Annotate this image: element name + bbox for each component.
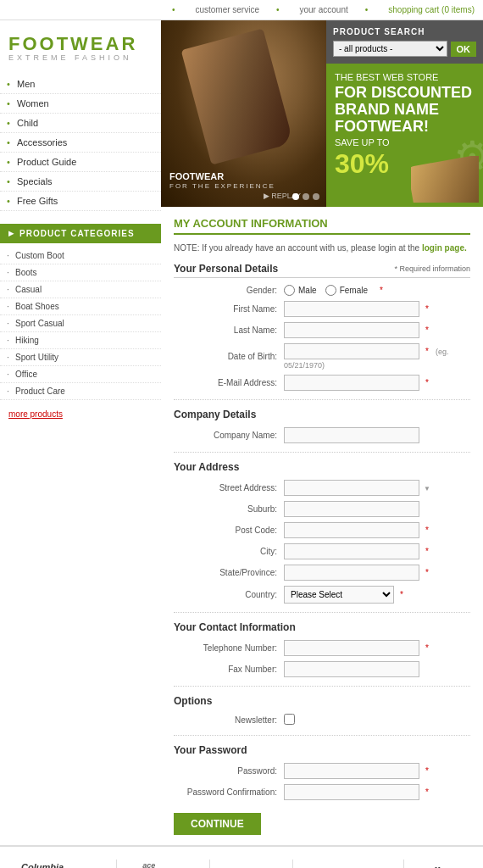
shopping-cart-link[interactable]: shopping cart (0 items): [388, 5, 475, 14]
suburb-input[interactable]: [284, 501, 419, 517]
postcode-required: *: [425, 526, 429, 535]
confirm-row: Password Confirmation: *: [174, 784, 470, 800]
postcode-row: Post Code: *: [174, 522, 470, 538]
contact-title: Your Contact Information: [174, 621, 470, 633]
login-page-link[interactable]: login page.: [422, 243, 467, 253]
street-label: Street Address:: [174, 483, 284, 492]
cat-boat-shoes[interactable]: Boat Shoes: [0, 298, 161, 315]
suburb-row: Suburb:: [174, 501, 470, 517]
nav-item-accessories[interactable]: Accessories: [0, 133, 161, 153]
first-name-input[interactable]: [284, 301, 419, 317]
state-input[interactable]: [284, 565, 419, 581]
search-ok-button[interactable]: OK: [451, 42, 477, 57]
gender-male-radio[interactable]: [284, 285, 295, 296]
telephone-row: Telephone Number: *: [174, 640, 470, 656]
dob-label: Date of Birth:: [174, 352, 284, 361]
promo-box: THE BEST WEB STORE FOR DISCOUNTEDBRAND N…: [326, 64, 483, 207]
suburb-label: Suburb:: [174, 504, 284, 514]
fax-input[interactable]: [284, 661, 419, 677]
cat-office[interactable]: Office: [0, 366, 161, 383]
email-label: E-Mail Address:: [174, 378, 284, 387]
dob-input[interactable]: [284, 343, 419, 359]
nav-item-free-gifts[interactable]: Free Gifts: [0, 192, 161, 211]
slide-dot-2[interactable]: [303, 193, 309, 200]
logo-title: FOOTWEAR: [8, 33, 153, 55]
state-required: *: [425, 568, 429, 577]
cat-boots[interactable]: Boots: [0, 264, 161, 281]
email-required: *: [425, 378, 429, 387]
brand-columbia: ColumbiaSportswear Company: [21, 862, 91, 868]
postcode-input[interactable]: [284, 522, 419, 538]
last-name-input[interactable]: [284, 322, 419, 338]
hero-label-sub: FOR THE EXPERIENCE: [169, 182, 275, 190]
product-search-select[interactable]: - all products -: [333, 41, 447, 57]
company-name-input[interactable]: [284, 427, 419, 443]
gender-male-option[interactable]: Male: [284, 285, 317, 296]
required-note: * Required information: [394, 264, 470, 273]
replay-button[interactable]: ▶ REPLAY: [264, 192, 301, 200]
sidebar: FOOTWEAR EXTREME FASHION Men Women Child…: [0, 20, 161, 845]
city-input[interactable]: [284, 543, 419, 559]
more-products-link[interactable]: more products: [0, 404, 161, 424]
top-bullet2: •: [276, 5, 280, 14]
nav-item-specials[interactable]: Specials: [0, 172, 161, 192]
nav-item-product-guide[interactable]: Product Guide: [0, 153, 161, 172]
first-name-required: *: [425, 304, 429, 314]
country-select[interactable]: Please Select: [284, 586, 394, 604]
confirm-label: Password Confirmation:: [174, 787, 284, 797]
nav-item-men[interactable]: Men: [0, 75, 161, 94]
newsletter-label: Newsletter:: [174, 715, 284, 725]
country-row: Country: Please Select *: [174, 586, 470, 604]
city-row: City: *: [174, 543, 470, 559]
cat-casual[interactable]: Casual: [0, 281, 161, 298]
newsletter-checkbox[interactable]: [284, 714, 295, 725]
gender-row: Gender: Male Female *: [174, 285, 470, 296]
gender-female-option[interactable]: Female: [325, 285, 368, 296]
city-required: *: [425, 547, 429, 556]
postcode-label: Post Code:: [174, 526, 284, 535]
form-area: MY ACCOUNT INFORMATION NOTE: If you alre…: [161, 207, 483, 845]
promo-main-text: FOR DISCOUNTEDBRAND NAME FOOTWEAR!: [335, 85, 475, 135]
last-name-row: Last Name: *: [174, 322, 470, 338]
country-label: Country:: [174, 590, 284, 599]
email-input[interactable]: [284, 375, 419, 391]
email-row: E-Mail Address: *: [174, 375, 470, 391]
hero-section: FOOTWEAR FOR THE EXPERIENCE ▶ REPLAY PRO…: [161, 20, 483, 207]
logo-subtitle: EXTREME FASHION: [8, 53, 153, 62]
note-text: NOTE: If you already have an account wit…: [174, 243, 470, 253]
dob-row: Date of Birth: * (eg. 05/21/1970): [174, 343, 470, 370]
cat-hiking[interactable]: Hiking: [0, 332, 161, 349]
top-bullet3: •: [365, 5, 369, 14]
hero-label-main: FOOTWEAR: [169, 171, 275, 182]
your-account-link[interactable]: your account: [300, 5, 348, 14]
continue-button[interactable]: CONTINUE: [174, 813, 261, 835]
telephone-label: Telephone Number:: [174, 643, 284, 653]
hero-right-panel: PRODUCT SEARCH - all products - OK THE B…: [326, 20, 483, 207]
fax-row: Fax Number:: [174, 661, 470, 677]
gender-required: *: [380, 286, 383, 295]
street-input[interactable]: [284, 480, 419, 496]
gender-female-radio[interactable]: [325, 285, 336, 296]
slide-dot-3[interactable]: [313, 193, 319, 200]
customer-service-link[interactable]: customer service: [195, 5, 259, 14]
nav-item-women[interactable]: Women: [0, 94, 161, 114]
nav-item-child[interactable]: Child: [0, 114, 161, 133]
logo-area: FOOTWEAR EXTREME FASHION: [0, 20, 161, 70]
telephone-input[interactable]: [284, 640, 419, 656]
cat-custom-boot[interactable]: Custom Boot: [0, 248, 161, 264]
state-label: State/Province:: [174, 568, 284, 577]
brand-sorel: ace SOREL: [142, 861, 183, 868]
options-title: Options: [174, 695, 470, 707]
cat-sport-casual[interactable]: Sport Casual: [0, 315, 161, 332]
cat-sport-utility[interactable]: Sport Utility: [0, 349, 161, 366]
street-row: Street Address: ▼: [174, 480, 470, 496]
password-input[interactable]: [284, 763, 419, 779]
password-row: Password: *: [174, 763, 470, 779]
last-name-required: *: [425, 326, 429, 335]
product-search-box: PRODUCT SEARCH - all products - OK: [326, 20, 483, 64]
telephone-required: *: [425, 643, 429, 653]
gender-options: Male Female *: [284, 285, 470, 296]
confirm-input[interactable]: [284, 784, 419, 800]
cat-product-care[interactable]: Product Care: [0, 383, 161, 400]
categories-label: PRODUCT CATEGORIES: [19, 229, 135, 238]
